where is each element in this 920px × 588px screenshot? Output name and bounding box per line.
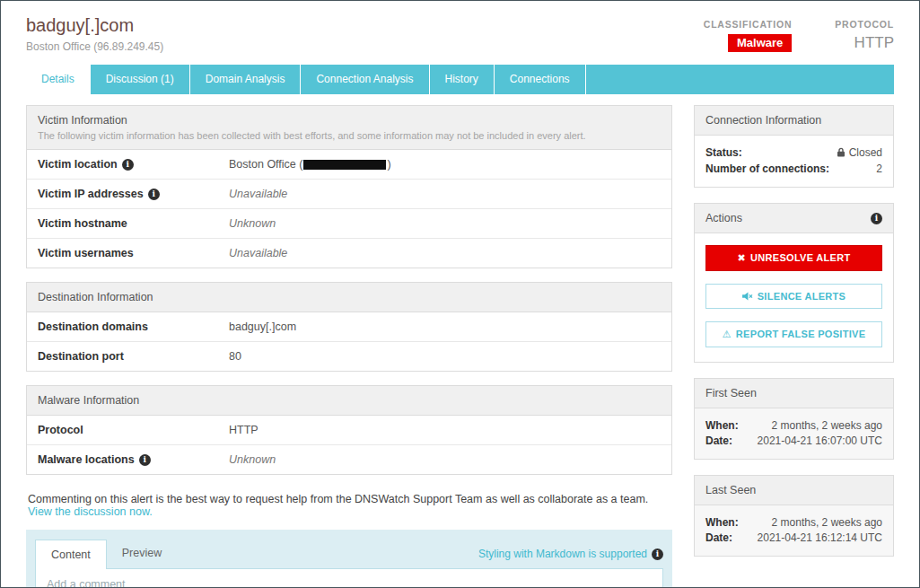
protocol-row-value: HTTP: [229, 416, 258, 444]
victim-usernames-label: Victim usernames: [27, 239, 229, 268]
classification-badge: Malware: [728, 34, 792, 52]
content-area: Victim Information The following victim …: [1, 94, 919, 588]
tab-connection-analysis[interactable]: Connection Analysis: [301, 65, 429, 94]
unresolve-alert-button[interactable]: ✖UNRESOLVE ALERT: [705, 245, 882, 271]
victim-ip-value: Unavailable: [229, 180, 287, 208]
first-seen-date-label: Date:: [705, 434, 732, 447]
tab-connections[interactable]: Connections: [495, 65, 586, 94]
victim-ip-label-text: Victim IP addresses: [38, 188, 144, 200]
info-icon[interactable]: i: [871, 213, 882, 224]
last-seen-when-value: 2 months, 2 weeks ago: [772, 516, 882, 529]
info-icon[interactable]: i: [148, 189, 160, 200]
victim-location-label: Victim locationi: [27, 150, 229, 179]
discussion-note-text: Commenting on this alert is the best way…: [28, 493, 648, 505]
comment-input[interactable]: [36, 569, 662, 588]
x-icon: ✖: [738, 252, 747, 263]
info-icon[interactable]: i: [122, 159, 134, 171]
victim-usernames-row: Victim usernames Unavailable: [27, 239, 671, 268]
last-seen-title: Last Seen: [705, 484, 756, 496]
report-false-positive-button[interactable]: ⚠REPORT FALSE POSITIVE: [705, 321, 882, 347]
connection-information-title: Connection Information: [705, 114, 821, 127]
destination-port-label: Destination port: [27, 342, 229, 371]
protocol-row-label: Protocol: [27, 416, 229, 444]
tab-discussion[interactable]: Discussion (1): [91, 65, 190, 94]
malware-information-title: Malware Information: [38, 394, 661, 407]
destination-information-header: Destination Information: [27, 283, 671, 312]
status-row: Status: Closed: [705, 146, 882, 160]
report-false-positive-label: REPORT FALSE POSITIVE: [736, 329, 865, 339]
discussion-note: Commenting on this alert is the best way…: [28, 493, 670, 518]
first-seen-date-row: Date: 2021-04-21 16:07:00 UTC: [705, 434, 882, 447]
composer-tab-content[interactable]: Content: [35, 540, 107, 569]
victim-information-panel: Victim Information The following victim …: [26, 105, 672, 268]
warning-icon: ⚠: [723, 329, 732, 339]
unresolve-alert-label: UNRESOLVE ALERT: [750, 252, 850, 263]
destination-port-value: 80: [229, 342, 241, 371]
tab-bar: Details Discussion (1) Domain Analysis C…: [26, 65, 894, 94]
malware-information-panel: Malware Information Protocol HTTP Malwar…: [26, 385, 672, 475]
last-seen-date-value: 2021-04-21 16:12:14 UTC: [758, 531, 882, 544]
last-seen-date-label: Date:: [705, 531, 732, 544]
victim-information-title: Victim Information: [38, 114, 661, 127]
destination-domains-row: Destination domains badguy[.]com: [27, 312, 671, 342]
header-meta: CLASSIFICATION Malware PROTOCOL HTTP: [704, 15, 894, 53]
first-seen-when-label: When:: [705, 419, 739, 432]
last-seen-date-row: Date: 2021-04-21 16:12:14 UTC: [705, 531, 882, 544]
victim-hostname-label: Victim hostname: [27, 209, 229, 238]
actions-panel: Actions i ✖UNRESOLVE ALERT SILENCE ALERT…: [694, 203, 894, 363]
actions-title: Actions: [705, 212, 742, 224]
last-seen-body: When: 2 months, 2 weeks ago Date: 2021-0…: [695, 505, 893, 556]
first-seen-header: First Seen: [695, 379, 893, 408]
status-label: Status:: [705, 146, 742, 159]
last-seen-header: Last Seen: [695, 476, 893, 505]
last-seen-when-label: When:: [705, 516, 739, 529]
silence-alerts-button[interactable]: SILENCE ALERTS: [705, 284, 882, 309]
connections-count-row: Number of connections: 2: [705, 162, 882, 175]
status-value: Closed: [837, 146, 882, 160]
first-seen-body: When: 2 months, 2 weeks ago Date: 2021-0…: [695, 408, 893, 459]
malware-locations-row: Malware locationsi Unknown: [27, 445, 671, 474]
redacted-ip-box: [303, 160, 386, 170]
victim-location-label-text: Victim location: [38, 158, 118, 171]
malware-locations-label-text: Malware locations: [38, 453, 135, 466]
malware-locations-value: Unknown: [229, 445, 276, 474]
protocol-block: PROTOCOL HTTP: [835, 19, 894, 53]
first-seen-when-value: 2 months, 2 weeks ago: [772, 419, 882, 432]
protocol-row: Protocol HTTP: [27, 416, 671, 445]
victim-usernames-value: Unavailable: [229, 239, 287, 268]
destination-domains-label: Destination domains: [27, 312, 229, 341]
destination-information-panel: Destination Information Destination doma…: [26, 282, 672, 372]
tab-domain-analysis[interactable]: Domain Analysis: [190, 65, 302, 94]
comment-input-wrap: [35, 568, 663, 588]
first-seen-panel: First Seen When: 2 months, 2 weeks ago D…: [694, 378, 894, 460]
victim-ip-row: Victim IP addressesi Unavailable: [27, 180, 671, 209]
tab-details[interactable]: Details: [26, 65, 91, 94]
composer-tab-bar: Content Preview Styling with Markdown is…: [35, 539, 663, 568]
victim-hostname-row: Victim hostname Unknown: [27, 209, 671, 239]
first-seen-date-value: 2021-04-21 16:07:00 UTC: [758, 434, 882, 447]
victim-location-prefix: Boston Office (: [229, 158, 302, 171]
composer-tab-preview[interactable]: Preview: [107, 539, 177, 568]
page-header: badguy[.]com Boston Office (96.89.249.45…: [1, 1, 919, 53]
tab-history[interactable]: History: [430, 65, 495, 94]
malware-locations-label: Malware locationsi: [27, 445, 229, 474]
victim-location-row: Victim locationi Boston Office (): [27, 150, 671, 180]
info-icon[interactable]: i: [652, 549, 663, 560]
victim-hostname-value: Unknown: [229, 209, 276, 238]
info-icon[interactable]: i: [139, 454, 151, 466]
connections-count-link[interactable]: 2: [876, 162, 882, 175]
connection-information-panel: Connection Information Status: Closed Nu…: [694, 105, 894, 188]
malware-information-header: Malware Information: [27, 386, 671, 416]
dnswatch-alert-page: badguy[.]com Boston Office (96.89.249.45…: [0, 0, 920, 588]
connections-count-label: Number of connections:: [705, 162, 829, 175]
protocol-value: HTTP: [835, 34, 894, 52]
sidebar: Connection Information Status: Closed Nu…: [694, 105, 894, 588]
first-seen-when-row: When: 2 months, 2 weeks ago: [705, 419, 882, 432]
page-subtitle: Boston Office (96.89.249.45): [26, 40, 163, 53]
classification-block: CLASSIFICATION Malware: [704, 19, 793, 53]
victim-information-subtitle: The following victim information has bee…: [38, 130, 661, 141]
last-seen-when-row: When: 2 months, 2 weeks ago: [705, 516, 882, 529]
view-discussion-link[interactable]: View the discussion now.: [28, 505, 153, 518]
status-value-text: Closed: [849, 146, 882, 159]
markdown-note: Styling with Markdown is supportedi: [478, 548, 663, 560]
